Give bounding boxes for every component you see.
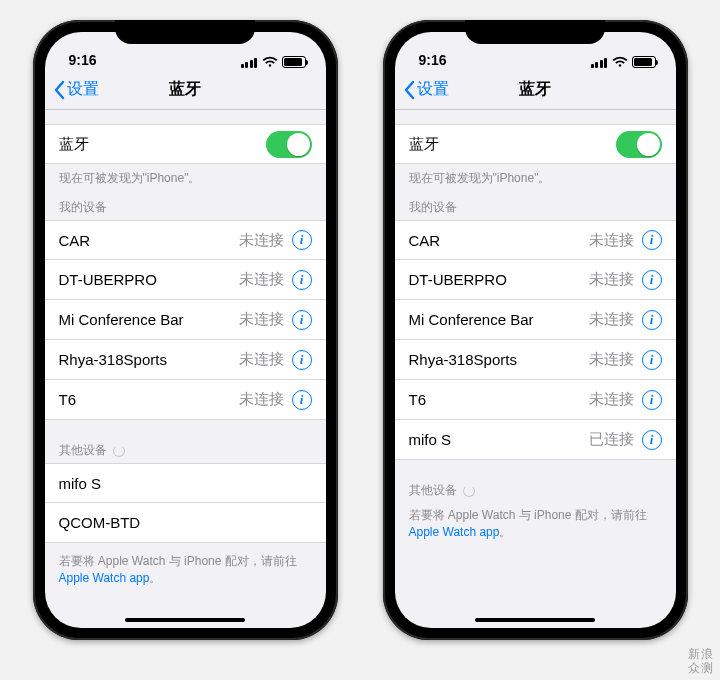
status-right <box>591 56 656 68</box>
battery-icon <box>282 56 306 68</box>
notch <box>465 20 605 44</box>
device-name: T6 <box>409 391 427 408</box>
info-icon[interactable]: i <box>642 390 662 410</box>
spinner-icon <box>113 445 125 457</box>
device-name: QCOM-BTD <box>59 514 141 531</box>
device-row[interactable]: Rhya-318Sports 未连接 i <box>45 340 326 380</box>
battery-icon <box>632 56 656 68</box>
device-status: 未连接 <box>239 231 284 250</box>
status-time: 9:16 <box>419 52 447 68</box>
comparison-stage: 9:16 设置 蓝牙 <box>0 0 720 680</box>
bluetooth-label: 蓝牙 <box>409 135 439 154</box>
device-row[interactable]: Mi Conference Bar 未连接 i <box>395 300 676 340</box>
discoverable-text: 现在可被发现为"iPhone"。 <box>45 164 326 195</box>
info-icon[interactable]: i <box>292 390 312 410</box>
device-status: 未连接 <box>589 270 634 289</box>
nav-bar: 设置 蓝牙 <box>45 70 326 110</box>
info-icon[interactable]: i <box>642 430 662 450</box>
device-row[interactable]: CAR 未连接 i <box>45 220 326 260</box>
wifi-icon <box>612 56 628 68</box>
device-name: mifo S <box>59 475 102 492</box>
spinner-icon <box>463 485 475 497</box>
my-devices-header: 我的设备 <box>395 195 676 220</box>
device-name: Mi Conference Bar <box>59 311 184 328</box>
info-icon[interactable]: i <box>642 270 662 290</box>
device-name: Rhya-318Sports <box>59 351 167 368</box>
device-row[interactable]: CAR 未连接 i <box>395 220 676 260</box>
device-status: 未连接 <box>589 310 634 329</box>
watermark: 新浪 众测 <box>688 648 714 676</box>
device-row[interactable]: T6 未连接 i <box>395 380 676 420</box>
device-name: T6 <box>59 391 77 408</box>
settings-content[interactable]: 蓝牙 现在可被发现为"iPhone"。 我的设备 CAR 未连接 i DT-UB… <box>395 110 676 628</box>
device-status: 未连接 <box>589 231 634 250</box>
nav-title: 蓝牙 <box>395 79 676 100</box>
device-name: CAR <box>409 232 441 249</box>
device-status: 已连接 <box>589 430 634 449</box>
screen: 9:16 设置 蓝牙 蓝牙 <box>395 32 676 628</box>
device-status: 未连接 <box>589 390 634 409</box>
settings-content[interactable]: 蓝牙 现在可被发现为"iPhone"。 我的设备 CAR 未连接 i DT-UB… <box>45 110 326 628</box>
info-icon[interactable]: i <box>642 310 662 330</box>
info-icon[interactable]: i <box>292 310 312 330</box>
other-devices-header: 其他设备 <box>45 438 326 463</box>
bluetooth-label: 蓝牙 <box>59 135 89 154</box>
phone-frame-left: 9:16 设置 蓝牙 <box>33 20 338 640</box>
device-status: 未连接 <box>239 350 284 369</box>
bluetooth-switch[interactable] <box>616 131 662 158</box>
info-icon[interactable]: i <box>292 350 312 370</box>
cellular-icon <box>591 57 608 68</box>
device-status: 未连接 <box>589 350 634 369</box>
device-row[interactable]: T6 未连接 i <box>45 380 326 420</box>
home-indicator[interactable] <box>475 618 595 622</box>
my-devices-header: 我的设备 <box>45 195 326 220</box>
discoverable-text: 现在可被发现为"iPhone"。 <box>395 164 676 195</box>
device-row[interactable]: DT-UBERPRO 未连接 i <box>395 260 676 300</box>
apple-watch-note: 若要将 Apple Watch 与 iPhone 配对，请前往 Apple Wa… <box>45 543 326 598</box>
device-row[interactable]: mifo S 已连接 i <box>395 420 676 460</box>
apple-watch-link[interactable]: Apple Watch app <box>59 571 150 585</box>
screen: 9:16 设置 蓝牙 <box>45 32 326 628</box>
wifi-icon <box>262 56 278 68</box>
cellular-icon <box>241 57 258 68</box>
info-icon[interactable]: i <box>642 350 662 370</box>
device-row[interactable]: DT-UBERPRO 未连接 i <box>45 260 326 300</box>
apple-watch-link[interactable]: Apple Watch app <box>409 525 500 539</box>
nav-bar: 设置 蓝牙 <box>395 70 676 110</box>
device-row[interactable]: Mi Conference Bar 未连接 i <box>45 300 326 340</box>
status-right <box>241 56 306 68</box>
device-status: 未连接 <box>239 270 284 289</box>
bluetooth-toggle-cell: 蓝牙 <box>45 124 326 164</box>
status-time: 9:16 <box>69 52 97 68</box>
device-name: DT-UBERPRO <box>409 271 507 288</box>
device-status: 未连接 <box>239 390 284 409</box>
bluetooth-toggle-cell: 蓝牙 <box>395 124 676 164</box>
other-device-row[interactable]: QCOM-BTD <box>45 503 326 543</box>
nav-title: 蓝牙 <box>45 79 326 100</box>
info-icon[interactable]: i <box>642 230 662 250</box>
info-icon[interactable]: i <box>292 270 312 290</box>
other-device-row[interactable]: mifo S <box>45 463 326 503</box>
info-icon[interactable]: i <box>292 230 312 250</box>
phone-frame-right: 9:16 设置 蓝牙 蓝牙 <box>383 20 688 640</box>
device-name: Rhya-318Sports <box>409 351 517 368</box>
device-name: CAR <box>59 232 91 249</box>
device-name: Mi Conference Bar <box>409 311 534 328</box>
notch <box>115 20 255 44</box>
bluetooth-switch[interactable] <box>266 131 312 158</box>
device-name: DT-UBERPRO <box>59 271 157 288</box>
device-status: 未连接 <box>239 310 284 329</box>
device-name: mifo S <box>409 431 452 448</box>
home-indicator[interactable] <box>125 618 245 622</box>
device-row[interactable]: Rhya-318Sports 未连接 i <box>395 340 676 380</box>
apple-watch-note: 若要将 Apple Watch 与 iPhone 配对，请前往 Apple Wa… <box>395 503 676 552</box>
other-devices-header: 其他设备 <box>395 478 676 503</box>
